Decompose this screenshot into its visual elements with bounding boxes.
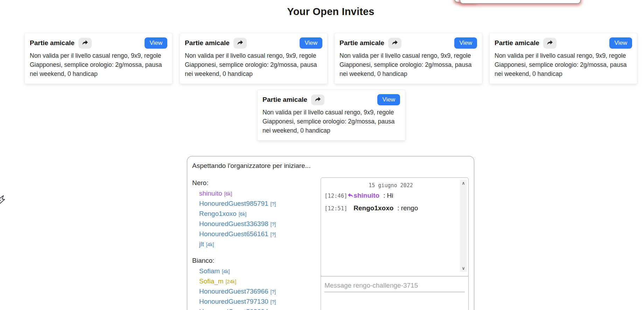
player-name[interactable]: Sofiam (199, 267, 220, 275)
player-rank: [?] (271, 221, 276, 227)
player-name[interactable]: HonouredGuest985791 (199, 200, 268, 207)
invite-description: Non valida per il livello casual rengo, … (30, 51, 167, 78)
view-button[interactable]: View (609, 37, 632, 49)
chat-separator: : (397, 204, 399, 212)
chat-timestamp: [12:51] (324, 205, 347, 212)
invite-card: Partie amicale View Non valida per il li… (24, 33, 173, 84)
invite-card: Partie amicale View Non valida per il li… (257, 90, 405, 141)
chat-panel: 15 giugno 2022 [12:46]shinuito:Hi [12:51… (321, 177, 469, 310)
share-icon (237, 40, 243, 46)
view-button[interactable]: View (145, 37, 167, 49)
scroll-up-icon[interactable]: ∧ (460, 180, 467, 187)
invite-title: Partie amicale (185, 39, 230, 47)
player-name[interactable]: jlt (199, 240, 204, 248)
player-rank: [?] (271, 299, 276, 305)
chat-message-input[interactable] (324, 281, 465, 292)
rengo-lobby-panel: Aspettando l'organizzatore per iniziare.… (187, 156, 474, 310)
chat-separator: : (383, 192, 385, 199)
player-name[interactable]: HonouredGuest336398 (199, 220, 268, 227)
chat-log[interactable]: 15 giugno 2022 [12:46]shinuito:Hi [12:51… (321, 178, 468, 276)
player-rank: [24k] (226, 279, 236, 284)
share-icon (315, 97, 321, 103)
chat-scrollbar[interactable]: ∧ ∨ (460, 180, 467, 272)
chat-message-text: rengo (401, 204, 418, 212)
lobby-status: Aspettando l'organizzatore per iniziare.… (192, 162, 474, 170)
invite-description: Non valida per il livello casual rengo, … (340, 51, 477, 78)
share-button[interactable] (543, 38, 556, 49)
player-rank: [?] (271, 232, 276, 237)
invite-description: Non valida per il livello casual rengo, … (185, 51, 322, 78)
invite-title: Partie amicale (30, 39, 75, 47)
invite-title: Partie amicale (262, 96, 307, 104)
view-button[interactable]: View (377, 94, 400, 105)
share-button[interactable] (311, 94, 324, 105)
player-name[interactable]: HonouredGuest797130 (199, 298, 268, 305)
invite-card: Partie amicale View Non valida per il li… (489, 33, 637, 84)
view-button[interactable]: View (454, 37, 477, 49)
chat-timestamp: [12:46] (324, 193, 347, 199)
player-name[interactable]: HonouredGuest508694 (199, 308, 268, 310)
player-name[interactable]: Rengo1xoxo (199, 210, 237, 217)
player-name[interactable]: shinuito (199, 190, 222, 197)
invite-description: Non valida per il livello casual rengo, … (262, 108, 400, 135)
chat-message: [12:46]shinuito:Hi (324, 190, 457, 201)
player-name[interactable]: Sofia_m (199, 277, 224, 285)
share-icon (82, 40, 88, 46)
player-rank: [4k] (206, 242, 214, 247)
player-name[interactable]: HonouredGuest736966 (199, 288, 268, 295)
share-icon (547, 40, 553, 46)
chat-date-header: 15 giugno 2022 (324, 182, 457, 189)
chat-username[interactable]: Rengo1xoxo (354, 204, 393, 212)
chat-message-text: Hi (387, 192, 393, 199)
cutoff-input-fragment[interactable] (460, 0, 581, 4)
player-rank: [4k] (222, 269, 230, 274)
player-rank: [?] (271, 201, 276, 207)
player-rank: [6k] (224, 191, 232, 197)
page-title: Your Open Invites (18, 6, 644, 17)
share-icon (392, 40, 398, 46)
share-button[interactable] (233, 38, 247, 49)
player-rank: [6k] (239, 211, 247, 217)
player-name[interactable]: HonouredGuest656161 (199, 230, 268, 238)
chat-username[interactable]: shinuito (354, 192, 379, 199)
share-button[interactable] (388, 38, 401, 49)
invite-card: Partie amicale View Non valida per il li… (334, 33, 482, 84)
invite-title: Partie amicale (495, 39, 539, 47)
jump-to-move-icon[interactable] (347, 190, 354, 200)
view-button[interactable]: View (300, 37, 322, 49)
invite-description: Non valida per il livello casual rengo, … (495, 51, 632, 78)
invite-card: Partie amicale View Non valida per il li… (180, 33, 328, 84)
player-rank: [?] (271, 289, 276, 295)
invite-title: Partie amicale (340, 39, 384, 47)
share-button[interactable] (78, 38, 92, 49)
scroll-down-icon[interactable]: ∨ (460, 265, 467, 272)
chat-message: [12:51]Rengo1xoxo:rengo (324, 203, 457, 214)
mouse-cursor (0, 195, 6, 207)
